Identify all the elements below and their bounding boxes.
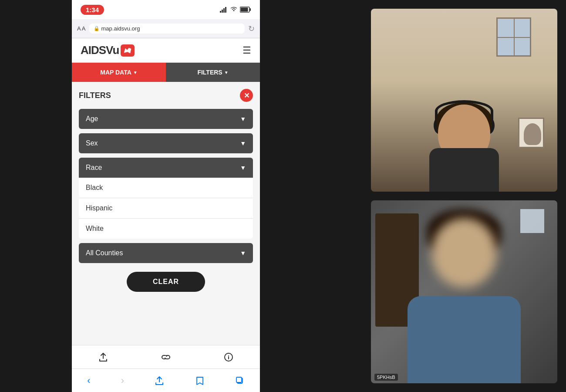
art-shape xyxy=(524,123,541,145)
sex-dropdown[interactable]: Sex ▼ xyxy=(79,133,253,153)
video-panel-1 xyxy=(371,9,557,192)
race-option-hispanic[interactable]: Hispanic xyxy=(79,198,253,219)
info-icon[interactable] xyxy=(224,352,233,362)
age-dropdown-label: Age xyxy=(86,115,98,123)
svg-rect-6 xyxy=(241,8,248,12)
battery-icon xyxy=(240,7,251,13)
close-filters-button[interactable]: ✕ xyxy=(240,89,253,102)
logo-icon xyxy=(121,44,135,57)
video-label-2: 5PKHsB xyxy=(374,374,398,381)
video-area: 5PKHsB xyxy=(362,0,566,392)
race-dropdown-options: Black Hispanic White xyxy=(79,178,253,239)
video-panel-2: 5PKHsB xyxy=(371,200,557,383)
person1-art xyxy=(518,118,544,148)
filters-title: FILTERS xyxy=(79,91,111,100)
url-text: map.aidsvu.org xyxy=(101,25,140,32)
race-dropdown-label: Race xyxy=(86,164,102,172)
race-option-black[interactable]: Black xyxy=(79,178,253,198)
tab-filters[interactable]: FILTERS ▼ xyxy=(166,63,260,82)
filters-header: FILTERS ✕ xyxy=(79,89,253,102)
person2-window xyxy=(520,209,544,233)
bottom-toolbar xyxy=(72,345,260,368)
status-icons xyxy=(220,7,251,13)
status-bar: 1:34 xyxy=(72,0,260,19)
sex-dropdown-label: Sex xyxy=(86,139,98,147)
link-icon[interactable] xyxy=(161,352,171,362)
refresh-icon[interactable]: ↻ xyxy=(248,24,255,34)
svg-rect-2 xyxy=(223,8,225,13)
map-usa-icon xyxy=(123,47,132,54)
svg-point-8 xyxy=(228,355,229,356)
counties-dropdown-label: All Counties xyxy=(86,249,123,257)
logo-text: AIDSVu xyxy=(81,44,119,57)
age-dropdown[interactable]: Age ▼ xyxy=(79,109,253,129)
video-placeholder-1 xyxy=(371,9,557,192)
url-bar[interactable]: 🔒 map.aidsvu.org xyxy=(89,24,245,34)
signal-icon xyxy=(220,7,228,13)
nav-bar: ‹ › xyxy=(72,368,260,392)
chevron-down-icon-2: ▼ xyxy=(224,70,229,75)
counties-chevron-icon: ▼ xyxy=(240,250,246,257)
race-chevron-icon: ▼ xyxy=(240,164,246,171)
tabs-icon[interactable] xyxy=(235,376,245,385)
chevron-down-icon: ▼ xyxy=(133,70,138,75)
time-display: 1:34 xyxy=(81,5,104,15)
svg-rect-3 xyxy=(225,7,226,13)
share-icon[interactable] xyxy=(98,352,108,362)
race-option-white[interactable]: White xyxy=(79,219,253,239)
counties-dropdown[interactable]: All Counties ▼ xyxy=(79,243,253,263)
svg-rect-5 xyxy=(249,8,251,11)
race-dropdown[interactable]: Race ▼ xyxy=(79,158,253,178)
tab-bar: MAP DATA ▼ FILTERS ▼ xyxy=(72,63,260,82)
person2-face xyxy=(431,218,497,287)
aa-text[interactable]: A A xyxy=(77,25,86,32)
logo-area: AIDSVu xyxy=(81,44,135,57)
clear-button[interactable]: CLEAR xyxy=(127,272,205,292)
video-placeholder-2: 5PKHsB xyxy=(371,200,557,383)
person1-silhouette xyxy=(421,96,508,192)
person1-body xyxy=(429,148,499,192)
svg-rect-10 xyxy=(236,377,242,382)
bookmarks-icon[interactable] xyxy=(195,376,205,385)
hamburger-icon[interactable]: ☰ xyxy=(243,45,251,56)
phone-frame: 1:34 A A 🔒 xyxy=(72,0,260,392)
tab-map-data[interactable]: MAP DATA ▼ xyxy=(72,63,166,82)
age-chevron-icon: ▼ xyxy=(240,115,246,122)
svg-rect-0 xyxy=(220,11,221,13)
back-nav-icon[interactable]: ‹ xyxy=(87,375,90,386)
person2-body xyxy=(408,296,521,383)
svg-rect-1 xyxy=(222,10,223,13)
person1-window xyxy=(496,17,531,57)
wifi-icon xyxy=(230,7,237,13)
filters-panel: FILTERS ✕ Age ▼ Sex ▼ Race ▼ Black Hispa… xyxy=(72,82,260,345)
tab-filters-label: FILTERS xyxy=(197,69,222,76)
person2-room-bg xyxy=(371,200,557,383)
lock-icon: 🔒 xyxy=(94,26,100,31)
app-header: AIDSVu ☰ xyxy=(72,38,260,63)
person1-room xyxy=(371,9,557,192)
browser-bar: A A 🔒 map.aidsvu.org ↻ xyxy=(72,19,260,38)
clear-button-container: CLEAR xyxy=(79,272,253,292)
forward-nav-icon[interactable]: › xyxy=(121,375,124,386)
sex-chevron-icon: ▼ xyxy=(240,140,246,147)
nav-share-icon[interactable] xyxy=(155,376,164,385)
tab-map-data-label: MAP DATA xyxy=(100,69,131,76)
